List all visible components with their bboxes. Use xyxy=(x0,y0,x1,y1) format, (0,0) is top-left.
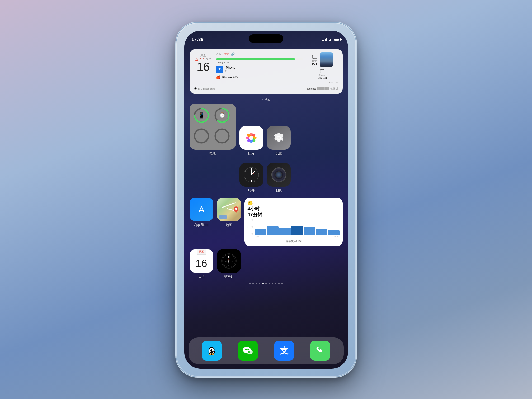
screen-time-minutes: 47分钟 xyxy=(248,212,340,218)
calendar-label: 日历 xyxy=(198,274,205,279)
phone-dock-icon[interactable] xyxy=(310,341,330,361)
page-dot-4 xyxy=(259,283,260,284)
calendar-header: 周五 xyxy=(197,249,206,255)
dock: 支 xyxy=(189,337,344,364)
page-dot-5 xyxy=(262,283,264,284)
svg-text:W: W xyxy=(225,261,227,262)
camera-icon xyxy=(267,163,291,187)
svg-point-79 xyxy=(249,351,250,353)
svg-point-70 xyxy=(214,349,216,352)
photos-icon xyxy=(239,126,263,150)
svg-rect-0 xyxy=(196,59,197,60)
chart-bars xyxy=(255,219,339,235)
phone-call-icon xyxy=(310,341,330,361)
screen-time-chart: 60分钟 30分钟 0分钟 xyxy=(248,219,340,235)
screen-time-label: 屏幕使用时间 xyxy=(248,240,340,243)
maps-icon xyxy=(217,198,241,221)
settings-icon xyxy=(267,126,291,150)
page-dot-1 xyxy=(249,283,251,284)
screen-time-smiley-icon: 🙂 xyxy=(248,201,340,206)
apps-row-4: 周五 16 日历 xyxy=(190,249,343,279)
page-dot-10 xyxy=(278,283,280,284)
wifi-network-name: iPhone xyxy=(225,66,236,69)
camera-app[interactable]: 相机 xyxy=(267,163,291,193)
ios-version: iOS 16.0.1 xyxy=(329,81,340,83)
svg-point-74 xyxy=(245,349,246,350)
page-dot-2 xyxy=(252,283,254,284)
widgy-date: 周五 九月 2022 16 xyxy=(193,52,214,74)
vpn-link-icon: 🔗 xyxy=(230,52,235,56)
svg-point-12 xyxy=(320,69,324,71)
wechat-dock-icon[interactable] xyxy=(238,341,258,361)
widgy-day: 16 xyxy=(197,61,210,73)
photos-flower-svg xyxy=(244,130,259,145)
svg-rect-3 xyxy=(312,55,317,58)
svg-point-68 xyxy=(213,350,214,351)
svg-point-80 xyxy=(251,351,252,353)
widgy-widget[interactable]: 周五 九月 2022 16 xyxy=(190,49,343,94)
widgy-vpn-battery-row: VPN · 关闭 🔗 xyxy=(216,52,303,56)
wifi-icon-box xyxy=(216,66,223,73)
wifi-name-bottom: JackieW xyxy=(307,87,316,90)
widgy-year: 2022 xyxy=(206,58,211,60)
battery-circle-empty2 xyxy=(214,128,230,144)
widgy-right-col: RAM 6GB xyxy=(305,52,340,83)
battery-bar xyxy=(216,58,303,60)
wifi-open-btn: 打开 xyxy=(225,69,236,73)
page-dot-7 xyxy=(269,283,270,284)
alipay-icon: 支 xyxy=(274,341,294,361)
appstore-icon: A xyxy=(190,198,213,221)
svg-point-78 xyxy=(248,351,249,353)
svg-text:A: A xyxy=(199,205,204,214)
screen-time-widget[interactable]: 🙂 4小时 47分钟 60分钟 30分钟 0分钟 xyxy=(244,198,343,246)
page-dot-3 xyxy=(256,283,257,284)
wechat-icon xyxy=(238,341,258,361)
alipay-logo-svg: 支 xyxy=(277,344,291,357)
wifi-status-icon: ▲ xyxy=(328,37,332,42)
appstore-app[interactable]: A App Store xyxy=(190,198,213,227)
svg-point-69 xyxy=(208,349,209,352)
clock-label: 时钟 xyxy=(248,188,255,193)
apps-row-3: A App Store xyxy=(190,198,343,246)
qq-icon xyxy=(202,341,222,361)
camera-label: 相机 xyxy=(276,188,282,193)
appstore-logo-svg: A xyxy=(195,203,208,216)
ram-spec: RAM 6GB xyxy=(312,54,318,65)
ram-icon xyxy=(312,54,318,60)
qq-dock-icon[interactable] xyxy=(202,341,222,361)
clock-app[interactable]: 时钟 xyxy=(239,163,263,193)
maps-app[interactable]: 地图 xyxy=(217,198,241,227)
widgy-battery-section: Battery 91% xyxy=(216,58,303,64)
battery-circle-watch: ⌚ xyxy=(214,107,230,124)
calendar-app[interactable]: 周五 16 日历 xyxy=(190,249,213,279)
settings-gear-svg xyxy=(272,132,285,144)
ram-label: RAM xyxy=(312,60,317,62)
svg-point-61 xyxy=(228,260,229,261)
maps-label: 地图 xyxy=(226,223,232,227)
status-time: 17:39 xyxy=(192,37,204,42)
brightness-label: Brightness 65% xyxy=(198,87,215,90)
compass-label: 指南针 xyxy=(224,274,234,279)
ram-value: 6GB xyxy=(312,62,318,65)
photo-thumbnail xyxy=(320,52,333,67)
alipay-dock-icon[interactable]: 支 xyxy=(274,341,294,361)
storage-spec: Storage 512GB xyxy=(318,69,327,79)
svg-point-45 xyxy=(251,174,252,175)
battery-circle-empty1 xyxy=(193,128,210,144)
device-chip: A15 xyxy=(233,76,238,79)
signal-icon xyxy=(322,38,327,41)
svg-point-27 xyxy=(249,136,253,140)
svg-point-67 xyxy=(210,350,211,351)
svg-point-48 xyxy=(235,208,237,210)
storage-label: Storage xyxy=(318,74,326,76)
status-icons: ▲ xyxy=(322,37,341,42)
clock-face-svg xyxy=(242,166,261,184)
page-dot-6 xyxy=(265,283,267,284)
compass-svg: N E S W xyxy=(221,253,237,269)
storage-icon xyxy=(319,69,325,74)
screen-time-hours: 4小时 xyxy=(248,206,340,212)
compass-app[interactable]: N E S W 指南针 xyxy=(217,249,241,279)
apple-logo-icon: 🍎 xyxy=(216,75,220,79)
chart-x-labels: 9时 15:61 xyxy=(248,236,340,238)
phone-logo-svg xyxy=(314,345,326,357)
